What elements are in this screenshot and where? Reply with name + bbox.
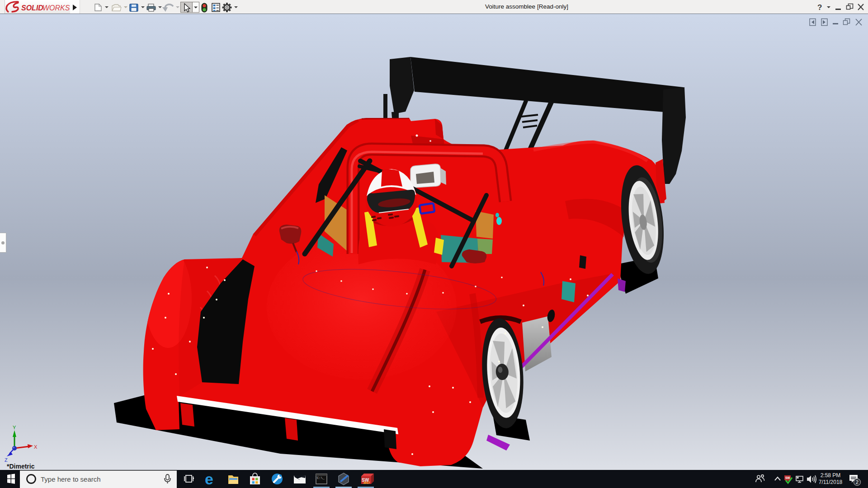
- svg-text:Z: Z: [5, 457, 8, 462]
- svg-text:e: e: [205, 470, 213, 488]
- svg-text:X: X: [34, 444, 38, 450]
- svg-text:Y: Y: [13, 425, 16, 430]
- svg-text:2: 2: [856, 479, 859, 485]
- svg-text:C:\_: C:\_: [317, 476, 325, 480]
- svg-text:SW: SW: [785, 476, 790, 479]
- svg-text:SOLID: SOLID: [21, 4, 43, 12]
- svg-text:WORKS: WORKS: [42, 4, 70, 12]
- svg-text:2017: 2017: [363, 481, 370, 484]
- svg-text:?: ?: [817, 3, 822, 12]
